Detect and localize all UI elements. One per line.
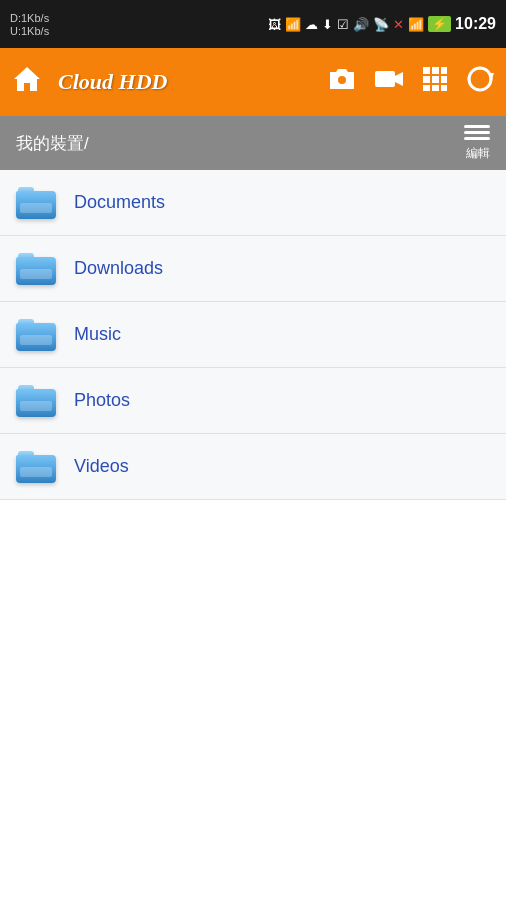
file-list: Documents Downloads Music (0, 170, 506, 500)
video-button[interactable] (374, 68, 404, 96)
list-item[interactable]: Photos (0, 368, 506, 434)
cell-signal-icon: 📶 (408, 17, 424, 32)
volume-icon: 🔊 (353, 17, 369, 32)
folder-icon-wrap (14, 379, 58, 423)
svg-rect-2 (375, 71, 395, 87)
status-icons: 🖼 📶 ☁ ⬇ ☑ 🔊 📡 ✕ 📶 ⚡ 10:29 (268, 15, 496, 33)
breadcrumb: 我的裝置/ (16, 132, 89, 155)
download-icon: ⬇ (322, 17, 333, 32)
toolbar: Cloud HDD (0, 48, 506, 116)
svg-rect-5 (432, 67, 439, 74)
breadcrumb-bar: 我的裝置/ 編輯 (0, 116, 506, 170)
camera-button[interactable] (328, 67, 356, 97)
list-item[interactable]: Music (0, 302, 506, 368)
folder-icon (16, 451, 56, 483)
folder-icon-wrap (14, 181, 58, 225)
file-name: Photos (74, 390, 130, 411)
list-item[interactable]: Videos (0, 434, 506, 500)
svg-marker-3 (395, 72, 403, 86)
folder-icon (16, 253, 56, 285)
file-name: Documents (74, 192, 165, 213)
check-icon: ☑ (337, 17, 349, 32)
network-speeds: D:1Kb/s U:1Kb/s (10, 12, 49, 37)
hamburger-line-1 (464, 125, 490, 128)
file-name: Music (74, 324, 121, 345)
folder-icon-wrap (14, 313, 58, 357)
list-item[interactable]: Downloads (0, 236, 506, 302)
svg-marker-0 (14, 67, 40, 91)
signal-icon: 📶 (285, 17, 301, 32)
edit-label: 編輯 (466, 145, 490, 162)
no-signal-icon: ✕ (393, 17, 404, 32)
svg-rect-4 (423, 67, 430, 74)
wifi-icon: 📡 (373, 17, 389, 32)
svg-point-1 (337, 75, 347, 85)
battery-icon: ⚡ (428, 16, 451, 32)
file-name: Videos (74, 456, 129, 477)
clock: 10:29 (455, 15, 496, 33)
empty-area (0, 500, 506, 900)
svg-rect-10 (423, 85, 430, 91)
upload-speed: U:1Kb/s (10, 25, 49, 37)
folder-icon-wrap (14, 445, 58, 489)
cloud-icon: ☁ (305, 17, 318, 32)
toolbar-actions (328, 65, 494, 99)
grid-button[interactable] (422, 66, 448, 98)
status-bar: D:1Kb/s U:1Kb/s 🖼 📶 ☁ ⬇ ☑ 🔊 📡 ✕ 📶 ⚡ 10:2… (0, 0, 506, 48)
screenshot-icon: 🖼 (268, 17, 281, 32)
folder-icon (16, 319, 56, 351)
folder-icon (16, 385, 56, 417)
folder-icon-wrap (14, 247, 58, 291)
svg-rect-12 (441, 85, 447, 91)
folder-icon (16, 187, 56, 219)
list-item[interactable]: Documents (0, 170, 506, 236)
svg-rect-9 (441, 76, 447, 83)
hamburger-line-3 (464, 137, 490, 140)
svg-rect-11 (432, 85, 439, 91)
file-name: Downloads (74, 258, 163, 279)
svg-rect-6 (441, 67, 447, 74)
download-speed: D:1Kb/s (10, 12, 49, 24)
menu-button[interactable]: 編輯 (464, 125, 490, 162)
svg-rect-7 (423, 76, 430, 83)
svg-rect-8 (432, 76, 439, 83)
app-title: Cloud HDD (58, 69, 312, 95)
hamburger-line-2 (464, 131, 490, 134)
refresh-button[interactable] (466, 65, 494, 99)
home-button[interactable] (12, 65, 42, 100)
